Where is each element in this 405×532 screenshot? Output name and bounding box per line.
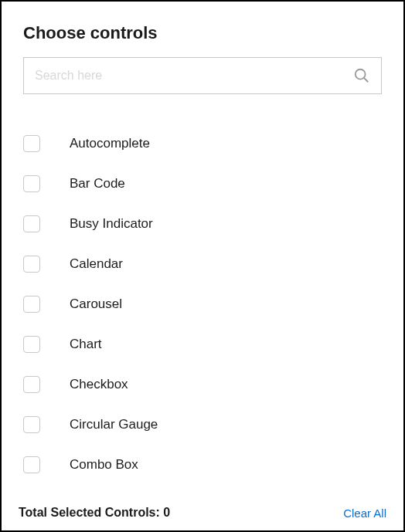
checkbox[interactable] — [23, 296, 40, 313]
checkbox[interactable] — [23, 416, 40, 433]
checkbox[interactable] — [23, 376, 40, 393]
total-label: Total Selected Controls: — [19, 506, 160, 519]
clear-all-button[interactable]: Clear All — [343, 507, 386, 520]
item-label[interactable]: Combo Box — [70, 457, 138, 473]
svg-point-0 — [356, 69, 366, 80]
svg-line-1 — [364, 78, 369, 83]
total-selected-text: Total Selected Controls: 0 — [19, 506, 170, 520]
item-label[interactable]: Calendar — [70, 256, 123, 272]
list-item[interactable]: Calendar — [23, 244, 382, 284]
list-item[interactable]: Circular Gauge — [23, 405, 382, 445]
item-label[interactable]: Autocomplete — [70, 136, 150, 151]
item-label[interactable]: Checkbox — [70, 377, 128, 392]
controls-list[interactable]: AutocompleteBar CodeBusy IndicatorCalend… — [2, 108, 403, 496]
checkbox[interactable] — [23, 175, 40, 192]
search-input[interactable] — [24, 58, 353, 93]
total-count: 0 — [163, 506, 170, 519]
checkbox[interactable] — [23, 456, 40, 473]
item-label[interactable]: Chart — [70, 337, 102, 352]
item-label[interactable]: Circular Gauge — [70, 417, 158, 432]
checkbox[interactable] — [23, 336, 40, 353]
list-item[interactable]: Autocomplete — [23, 124, 382, 164]
choose-controls-panel: Choose controls AutocompleteBar CodeBusy… — [0, 0, 405, 532]
search-box[interactable] — [23, 57, 382, 94]
panel-footer: Total Selected Controls: 0 Clear All — [2, 496, 403, 530]
list-item[interactable]: Busy Indicator — [23, 204, 382, 244]
panel-header: Choose controls — [2, 2, 403, 57]
list-item[interactable]: Bar Code — [23, 164, 382, 204]
search-container — [2, 57, 403, 108]
panel-title: Choose controls — [23, 23, 382, 43]
item-label[interactable]: Busy Indicator — [70, 216, 153, 232]
list-item[interactable]: Checkbox — [23, 364, 382, 405]
list-item[interactable]: Carousel — [23, 284, 382, 324]
item-label[interactable]: Carousel — [70, 296, 122, 312]
list-item[interactable]: Chart — [23, 324, 382, 364]
checkbox[interactable] — [23, 215, 40, 232]
search-icon — [353, 67, 370, 84]
checkbox[interactable] — [23, 256, 40, 273]
list-item[interactable]: Combo Box — [23, 445, 382, 485]
checkbox[interactable] — [23, 135, 40, 152]
item-label[interactable]: Bar Code — [70, 176, 125, 191]
